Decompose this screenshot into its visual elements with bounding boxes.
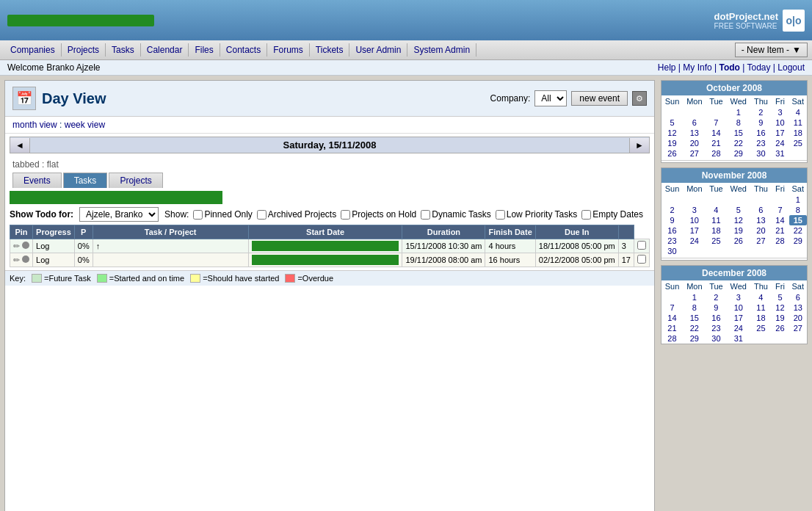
low-priority-tasks-option[interactable]: Low Priority Tasks bbox=[496, 209, 577, 220]
next-date-button[interactable]: ► bbox=[629, 138, 649, 153]
calendar-day[interactable]: 22 bbox=[683, 323, 706, 333]
tab-events[interactable]: Events bbox=[12, 173, 62, 188]
calendar-day[interactable]: 4 bbox=[789, 107, 807, 117]
nav-projects[interactable]: Projects bbox=[62, 43, 106, 57]
calendar-day[interactable]: 7 bbox=[661, 302, 683, 313]
company-select[interactable]: All bbox=[534, 90, 567, 106]
calendar-day[interactable]: 31 bbox=[771, 148, 789, 159]
calendar-day[interactable]: 16 bbox=[750, 128, 771, 138]
calendar-day[interactable]: 2 bbox=[706, 292, 726, 302]
calendar-day[interactable]: 28 bbox=[661, 333, 683, 344]
calendar-day[interactable]: 1 bbox=[789, 195, 807, 205]
calendar-day[interactable]: 26 bbox=[661, 148, 683, 159]
calendar-day[interactable]: 2 bbox=[661, 205, 683, 215]
flat-view-link[interactable]: flat bbox=[47, 159, 59, 170]
new-item-button[interactable]: - New Item - ▼ bbox=[735, 43, 808, 57]
calendar-day[interactable]: 23 bbox=[706, 323, 726, 333]
calendar-day[interactable]: 6 bbox=[789, 292, 807, 302]
calendar-day[interactable]: 11 bbox=[750, 302, 771, 313]
td-edit-1[interactable]: ✏ bbox=[10, 239, 33, 253]
tab-tasks[interactable]: Tasks bbox=[63, 173, 108, 188]
calendar-day[interactable]: 8 bbox=[726, 117, 750, 128]
calendar-day[interactable]: 24 bbox=[726, 323, 750, 333]
td-check-2[interactable] bbox=[634, 253, 650, 267]
nav-tickets[interactable]: Tickets bbox=[310, 43, 350, 57]
calendar-day[interactable]: 27 bbox=[750, 236, 771, 246]
calendar-day[interactable]: 21 bbox=[771, 225, 789, 236]
calendar-day[interactable]: 7 bbox=[771, 205, 789, 215]
calendar-day[interactable]: 16 bbox=[661, 225, 683, 236]
calendar-day[interactable]: 23 bbox=[750, 138, 771, 148]
projects-on-hold-option[interactable]: Projects on Hold bbox=[341, 209, 416, 220]
calendar-day[interactable]: 30 bbox=[750, 148, 771, 159]
calendar-day[interactable]: 24 bbox=[771, 138, 789, 148]
calendar-day[interactable]: 2 bbox=[750, 107, 771, 117]
nav-user-admin[interactable]: User Admin bbox=[349, 43, 407, 57]
td-log-2[interactable]: Log bbox=[33, 253, 75, 267]
calendar-day[interactable]: 4 bbox=[750, 292, 771, 302]
calendar-day[interactable]: 20 bbox=[750, 225, 771, 236]
td-edit-2[interactable]: ✏ bbox=[10, 253, 33, 267]
calendar-day[interactable]: 21 bbox=[661, 323, 683, 333]
calendar-day[interactable]: 21 bbox=[706, 138, 726, 148]
td-check-1[interactable] bbox=[634, 239, 650, 253]
help-link[interactable]: Help bbox=[658, 62, 676, 73]
nav-calendar[interactable]: Calendar bbox=[141, 43, 189, 57]
calendar-day[interactable]: 19 bbox=[726, 225, 750, 236]
nav-contacts[interactable]: Contacts bbox=[220, 43, 267, 57]
archived-projects-option[interactable]: Archived Projects bbox=[257, 209, 336, 220]
calendar-day[interactable]: 20 bbox=[789, 313, 807, 323]
calendar-day[interactable]: 15 bbox=[726, 128, 750, 138]
logout-link[interactable]: Logout bbox=[777, 62, 805, 73]
week-view-link[interactable]: week view bbox=[65, 120, 105, 130]
calendar-day[interactable]: 5 bbox=[726, 205, 750, 215]
calendar-day[interactable]: 13 bbox=[750, 215, 771, 225]
calendar-day[interactable]: 5 bbox=[661, 117, 683, 128]
edit-icon[interactable]: ✏ bbox=[13, 256, 20, 264]
calendar-day[interactable]: 3 bbox=[683, 205, 706, 215]
dynamic-tasks-option[interactable]: Dynamic Tasks bbox=[421, 209, 490, 220]
calendar-day[interactable]: 19 bbox=[661, 138, 683, 148]
calendar-day[interactable]: 19 bbox=[771, 313, 789, 323]
calendar-day[interactable]: 22 bbox=[726, 138, 750, 148]
calendar-day[interactable]: 7 bbox=[706, 117, 726, 128]
calendar-day[interactable]: 6 bbox=[683, 117, 706, 128]
nav-files[interactable]: Files bbox=[189, 43, 220, 57]
calendar-day[interactable]: 31 bbox=[726, 333, 750, 344]
calendar-day[interactable]: 27 bbox=[683, 148, 706, 159]
pinned-only-option[interactable]: Pinned Only bbox=[193, 209, 252, 220]
calendar-day[interactable]: 25 bbox=[750, 323, 771, 333]
td-log-1[interactable]: Log bbox=[33, 239, 75, 253]
settings-icon[interactable]: ⚙ bbox=[632, 91, 647, 106]
calendar-day[interactable]: 11 bbox=[789, 117, 807, 128]
calendar-day[interactable]: 3 bbox=[771, 107, 789, 117]
calendar-day[interactable]: 6 bbox=[750, 205, 771, 215]
tabbed-view-link[interactable]: tabbed bbox=[12, 159, 40, 170]
calendar-day[interactable]: 1 bbox=[726, 107, 750, 117]
calendar-day[interactable]: 29 bbox=[726, 148, 750, 159]
calendar-day[interactable]: 28 bbox=[706, 148, 726, 159]
tab-projects[interactable]: Projects bbox=[109, 173, 162, 188]
calendar-day[interactable]: 27 bbox=[789, 323, 807, 333]
nav-tasks[interactable]: Tasks bbox=[106, 43, 141, 57]
todo-link[interactable]: Todo bbox=[719, 62, 739, 73]
nav-companies[interactable]: Companies bbox=[4, 43, 62, 57]
month-view-link[interactable]: month view bbox=[12, 120, 57, 130]
calendar-day[interactable]: 24 bbox=[683, 236, 706, 246]
calendar-day[interactable]: 12 bbox=[726, 215, 750, 225]
calendar-day[interactable]: 17 bbox=[771, 128, 789, 138]
edit-icon[interactable]: ✏ bbox=[13, 242, 20, 250]
calendar-day[interactable]: 8 bbox=[789, 205, 807, 215]
calendar-day[interactable]: 14 bbox=[771, 215, 789, 225]
calendar-day[interactable]: 26 bbox=[726, 236, 750, 246]
calendar-day[interactable]: 14 bbox=[706, 128, 726, 138]
calendar-day[interactable]: 11 bbox=[706, 215, 726, 225]
calendar-day[interactable]: 10 bbox=[771, 117, 789, 128]
calendar-day[interactable]: 29 bbox=[683, 333, 706, 344]
empty-dates-option[interactable]: Empty Dates bbox=[581, 209, 643, 220]
calendar-day[interactable]: 5 bbox=[771, 292, 789, 302]
nav-system-admin[interactable]: System Admin bbox=[407, 43, 476, 57]
calendar-day[interactable]: 9 bbox=[706, 302, 726, 313]
calendar-day[interactable]: 22 bbox=[789, 225, 807, 236]
calendar-day[interactable]: 23 bbox=[661, 236, 683, 246]
